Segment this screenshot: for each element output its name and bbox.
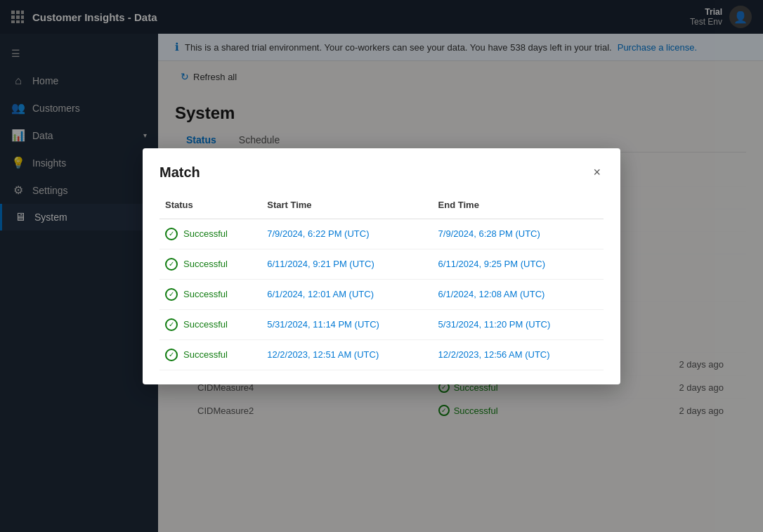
check-icon: ✓ — [165, 318, 178, 331]
table-row: ✓ Successful 6/1/2024, 12:01 AM (UTC) 6/… — [159, 279, 604, 309]
status-text: Successful — [183, 289, 228, 299]
status-text: Successful — [183, 228, 228, 239]
end-time: 6/1/2024, 12:08 AM (UTC) — [433, 279, 604, 309]
col-header-end: End Time — [433, 194, 604, 219]
modal-overlay[interactable]: Match × Status Start Time End Time ✓ Suc… — [0, 0, 763, 532]
modal-title: Match — [159, 164, 200, 181]
start-time: 6/11/2024, 9:21 PM (UTC) — [261, 249, 432, 279]
col-header-status: Status — [159, 194, 261, 219]
end-time: 5/31/2024, 11:20 PM (UTC) — [433, 309, 604, 339]
status-cell: ✓ Successful — [159, 219, 261, 249]
modal-table: Status Start Time End Time ✓ Successful … — [159, 194, 604, 370]
status-text: Successful — [183, 259, 228, 269]
start-time: 6/1/2024, 12:01 AM (UTC) — [261, 279, 432, 309]
start-time: 7/9/2024, 6:22 PM (UTC) — [261, 219, 432, 249]
status-cell: ✓ Successful — [159, 249, 261, 279]
modal-close-button[interactable]: × — [590, 162, 604, 183]
end-time: 12/2/2023, 12:56 AM (UTC) — [433, 339, 604, 370]
start-time: 5/31/2024, 11:14 PM (UTC) — [261, 309, 432, 339]
col-header-start: Start Time — [261, 194, 432, 219]
status-text: Successful — [183, 349, 228, 360]
table-row: ✓ Successful 5/31/2024, 11:14 PM (UTC) 5… — [159, 309, 604, 339]
check-icon: ✓ — [165, 349, 178, 361]
modal-header: Match × — [143, 148, 620, 194]
check-icon: ✓ — [165, 288, 178, 301]
modal-body: Status Start Time End Time ✓ Successful … — [143, 194, 620, 384]
check-icon: ✓ — [165, 258, 178, 271]
status-cell: ✓ Successful — [159, 339, 261, 370]
table-row: ✓ Successful 6/11/2024, 9:21 PM (UTC) 6/… — [159, 249, 604, 279]
end-time: 6/11/2024, 9:25 PM (UTC) — [433, 249, 604, 279]
end-time: 7/9/2024, 6:28 PM (UTC) — [433, 219, 604, 249]
status-cell: ✓ Successful — [159, 279, 261, 309]
table-row: ✓ Successful 7/9/2024, 6:22 PM (UTC) 7/9… — [159, 219, 604, 249]
status-text: Successful — [183, 319, 228, 330]
table-row: ✓ Successful 12/2/2023, 12:51 AM (UTC) 1… — [159, 339, 604, 370]
status-cell: ✓ Successful — [159, 309, 261, 339]
match-modal: Match × Status Start Time End Time ✓ Suc… — [143, 148, 620, 384]
check-icon: ✓ — [165, 228, 178, 240]
start-time: 12/2/2023, 12:51 AM (UTC) — [261, 339, 432, 370]
